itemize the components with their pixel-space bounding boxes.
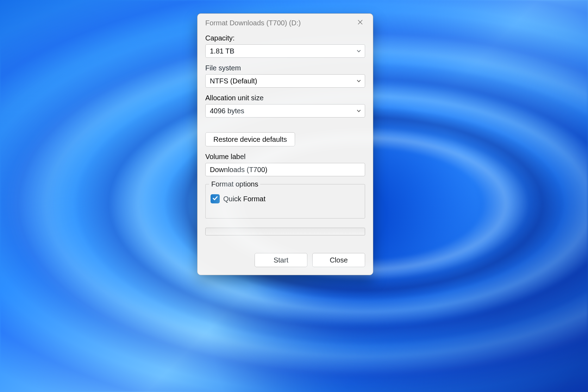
chevron-down-icon <box>356 49 361 53</box>
dialog-footer: Start Close <box>205 253 365 267</box>
file-system-value: NTFS (Default) <box>210 77 257 85</box>
allocation-unit-size-label: Allocation unit size <box>205 94 365 102</box>
capacity-label: Capacity: <box>205 34 365 42</box>
desktop-background: Format Downloads (T700) (D:) Capacity: 1… <box>0 0 588 392</box>
file-system-label: File system <box>205 64 365 72</box>
file-system-select[interactable]: NTFS (Default) <box>205 74 365 88</box>
window-close-button[interactable] <box>351 14 369 32</box>
volume-label-input[interactable]: Downloads (T700) <box>205 163 365 176</box>
chevron-down-icon <box>356 108 361 113</box>
dialog-body: Capacity: 1.81 TB File system NTFS (Defa… <box>198 32 373 275</box>
allocation-unit-size-select[interactable]: 4096 bytes <box>205 104 365 118</box>
format-dialog: Format Downloads (T700) (D:) Capacity: 1… <box>197 13 373 275</box>
capacity-value: 1.81 TB <box>210 47 234 55</box>
allocation-unit-size-value: 4096 bytes <box>210 107 244 115</box>
close-icon <box>357 19 363 26</box>
restore-device-defaults-button[interactable]: Restore device defaults <box>205 132 295 146</box>
format-options-group: Format options Quick Format <box>205 184 365 219</box>
quick-format-row: Quick Format <box>211 194 360 203</box>
capacity-select[interactable]: 1.81 TB <box>205 44 365 58</box>
quick-format-label: Quick Format <box>223 195 265 203</box>
start-button[interactable]: Start <box>255 253 307 267</box>
window-title: Format Downloads (T700) (D:) <box>205 19 351 27</box>
volume-label-label: Volume label <box>205 153 365 161</box>
chevron-down-icon <box>356 78 361 83</box>
quick-format-checkbox[interactable] <box>211 194 220 203</box>
close-button[interactable]: Close <box>312 253 365 267</box>
format-progress-bar <box>205 228 365 235</box>
titlebar: Format Downloads (T700) (D:) <box>198 14 373 32</box>
checkmark-icon <box>212 195 218 203</box>
format-options-legend: Format options <box>209 180 260 188</box>
